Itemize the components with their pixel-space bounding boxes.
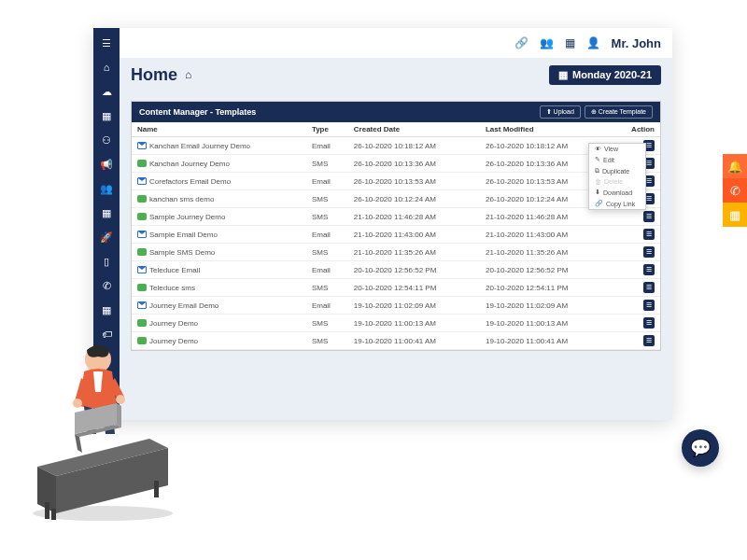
- person-illustration: [19, 317, 187, 523]
- menu-toggle-icon[interactable]: ☰: [99, 35, 114, 50]
- home-icon[interactable]: ⌂: [99, 60, 114, 75]
- row-created: 26-10-2020 10:13:53 AM: [348, 173, 480, 190]
- row-modified: 20-10-2020 12:56:52 PM: [480, 261, 612, 279]
- table-row[interactable]: Journey Demo SMS 19-10-2020 11:00:13 AM …: [132, 315, 660, 332]
- grid-topbar-icon[interactable]: ▦: [565, 36, 575, 49]
- users-icon[interactable]: 👥: [99, 181, 114, 196]
- menu-view[interactable]: 👁 View: [589, 144, 645, 154]
- table-row[interactable]: kanchan sms demo SMS 26-10-2020 10:12:24…: [132, 190, 660, 208]
- row-type: SMS: [306, 332, 348, 350]
- row-action-button[interactable]: ☰: [643, 229, 655, 240]
- email-icon: [137, 177, 147, 185]
- table-row[interactable]: Journey Email Demo Email 19-10-2020 11:0…: [132, 297, 660, 315]
- side-tab-grid-icon[interactable]: ▦: [723, 203, 747, 227]
- row-type: SMS: [306, 208, 348, 226]
- row-action-button[interactable]: ☰: [643, 211, 655, 222]
- row-modified: 21-10-2020 11:43:00 AM: [480, 226, 612, 244]
- row-modified: 20-10-2020 12:54:11 PM: [480, 279, 612, 297]
- row-name: Kanchan Journey Demo: [149, 160, 230, 168]
- table-row[interactable]: Sample SMS Demo SMS 21-10-2020 11:35:26 …: [132, 244, 660, 261]
- menu-edit[interactable]: ✎ Edit: [589, 154, 645, 165]
- menu-copy-link[interactable]: 🔗 Copy Link: [589, 198, 645, 209]
- email-icon: [137, 266, 147, 273]
- email-icon: [137, 231, 147, 238]
- grid-icon[interactable]: ▦: [99, 205, 114, 220]
- col-modified[interactable]: Last Modified: [480, 122, 612, 137]
- row-action-button[interactable]: ☰: [643, 317, 655, 329]
- rocket-icon[interactable]: 🚀: [99, 230, 114, 245]
- sms-icon: [137, 213, 147, 220]
- create-template-button[interactable]: ⊕ Create Template: [585, 105, 653, 119]
- table-row[interactable]: Kanchan Journey Demo SMS 26-10-2020 10:1…: [132, 155, 660, 173]
- row-modified: 21-10-2020 11:35:26 AM: [480, 244, 612, 261]
- cloud-icon[interactable]: ☁: [99, 84, 114, 99]
- row-name: Teleduce Email: [149, 266, 200, 274]
- menu-duplicate[interactable]: ⧉ Duplicate: [589, 165, 645, 176]
- table-row[interactable]: Kanchan Email Journey Demo Email 26-10-2…: [132, 137, 660, 155]
- table-row[interactable]: Journey Demo SMS 19-10-2020 11:00:41 AM …: [132, 332, 660, 350]
- megaphone-icon[interactable]: 📢: [99, 157, 114, 172]
- row-created: 21-10-2020 11:46:28 AM: [348, 208, 480, 226]
- content-panel: Content Manager - Templates ⬆ Upload ⊕ C…: [131, 101, 661, 351]
- chat-fab[interactable]: 💬: [682, 429, 719, 467]
- col-action: Action: [612, 122, 660, 137]
- col-name[interactable]: Name: [132, 122, 306, 137]
- sms-icon: [137, 195, 147, 203]
- home-breadcrumb-icon[interactable]: ⌂: [185, 68, 191, 81]
- table-row[interactable]: Sample Journey Demo SMS 21-10-2020 11:46…: [132, 208, 660, 226]
- row-type: Email: [306, 137, 348, 155]
- row-created: 21-10-2020 11:43:00 AM: [348, 226, 480, 244]
- table-row[interactable]: Sample Email Demo Email 21-10-2020 11:43…: [132, 226, 660, 244]
- row-type: SMS: [306, 244, 348, 261]
- upload-button[interactable]: ⬆ Upload: [540, 105, 581, 119]
- row-modified: 19-10-2020 11:00:41 AM: [480, 332, 612, 350]
- row-action-button[interactable]: ☰: [643, 264, 655, 275]
- svg-rect-3: [51, 509, 56, 520]
- link-icon[interactable]: 🔗: [514, 36, 529, 49]
- user-icon[interactable]: 👤: [586, 36, 600, 49]
- side-tab-phone-icon[interactable]: ✆: [723, 178, 747, 203]
- table-row[interactable]: Teleduce Email Email 20-10-2020 12:56:52…: [132, 261, 660, 279]
- row-modified: 19-10-2020 11:02:09 AM: [480, 297, 612, 315]
- user-name[interactable]: Mr. John: [612, 36, 661, 50]
- row-created: 26-10-2020 10:13:36 AM: [348, 155, 480, 173]
- col-type[interactable]: Type: [306, 122, 348, 137]
- row-created: 20-10-2020 12:56:52 PM: [348, 261, 480, 279]
- svg-rect-2: [154, 481, 159, 497]
- row-type: SMS: [306, 155, 348, 173]
- row-created: 26-10-2020 10:12:24 AM: [348, 190, 480, 208]
- row-type: SMS: [306, 315, 348, 332]
- calendar-small-icon: ▦: [558, 69, 568, 81]
- templates-table: Name Type Created Date Last Modified Act…: [132, 122, 660, 350]
- row-name: Kanchan Email Journey Demo: [149, 142, 250, 150]
- row-name: Sample Email Demo: [149, 231, 218, 239]
- row-type: Email: [306, 173, 348, 190]
- row-type: Email: [306, 261, 348, 279]
- row-created: 21-10-2020 11:35:26 AM: [348, 244, 480, 261]
- svg-point-5: [73, 399, 82, 408]
- row-name: Sample Journey Demo: [149, 213, 225, 221]
- main-area: 🔗 👥 ▦ 👤 Mr. John Home ⌂ ▦ Monday 2020-21…: [120, 28, 672, 420]
- table-row[interactable]: Corefactors Email Demo Email 26-10-2020 …: [132, 173, 660, 190]
- menu-download[interactable]: ⬇ Download: [589, 187, 645, 198]
- row-action-button[interactable]: ☰: [643, 335, 655, 346]
- row-type: SMS: [306, 279, 348, 297]
- calendar-icon[interactable]: ▦: [99, 108, 114, 123]
- row-action-button[interactable]: ☰: [643, 300, 655, 311]
- row-created: 26-10-2020 10:18:12 AM: [348, 137, 480, 155]
- side-tab-notification-icon[interactable]: 🔔: [723, 154, 747, 178]
- users-topbar-icon[interactable]: 👥: [540, 36, 554, 49]
- sitemap-icon[interactable]: ⚇: [99, 133, 114, 147]
- row-action-button[interactable]: ☰: [643, 282, 655, 293]
- row-type: Email: [306, 297, 348, 315]
- date-badge[interactable]: ▦ Monday 2020-21: [549, 65, 661, 85]
- apps-icon[interactable]: ▦: [99, 302, 114, 317]
- mobile-icon[interactable]: ▯: [99, 254, 114, 269]
- table-row[interactable]: Teleduce sms SMS 20-10-2020 12:54:11 PM …: [132, 279, 660, 297]
- col-created[interactable]: Created Date: [348, 122, 480, 137]
- phone-icon[interactable]: ✆: [99, 278, 114, 293]
- row-type: Email: [306, 226, 348, 244]
- row-name: Sample SMS Demo: [149, 248, 215, 257]
- side-tabs: 🔔 ✆ ▦: [723, 154, 747, 227]
- row-action-button[interactable]: ☰: [643, 246, 655, 258]
